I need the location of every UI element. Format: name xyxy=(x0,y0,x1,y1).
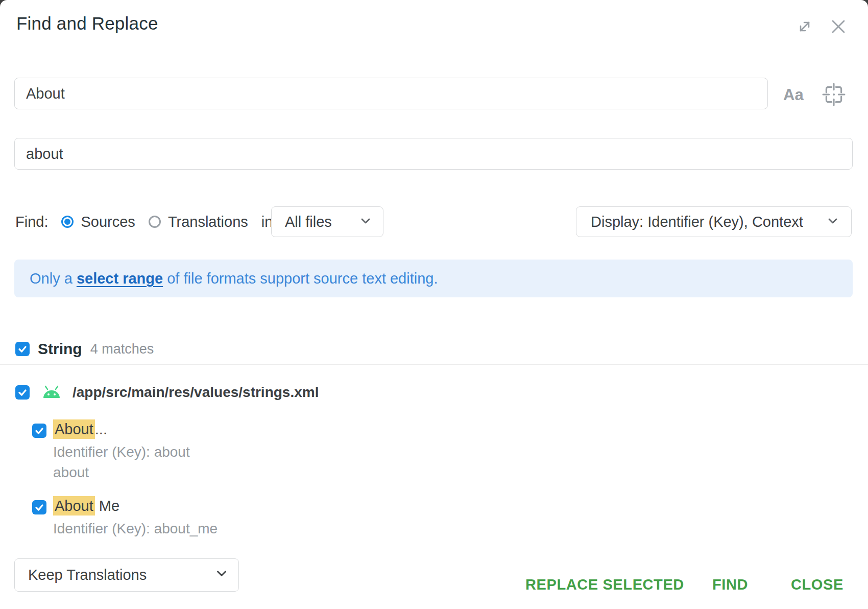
match-case-button[interactable]: Aa xyxy=(783,86,804,104)
match-checkbox[interactable] xyxy=(32,424,46,438)
match-rest: ... xyxy=(95,421,107,437)
file-scope-value: All files xyxy=(285,214,332,230)
chevron-down-icon xyxy=(358,214,373,230)
sources-radio-label[interactable]: Sources xyxy=(81,214,135,230)
translations-radio-label[interactable]: Translations xyxy=(168,214,248,230)
divider xyxy=(0,364,868,365)
dialog-title: Find and Replace xyxy=(16,13,158,34)
search-scope-row: Find: Sources Translations in xyxy=(15,206,273,237)
string-group-label: String xyxy=(38,340,82,358)
replace-selected-button[interactable]: REPLACE SELECTED xyxy=(525,576,684,593)
translations-mode-value: Keep Translations xyxy=(28,567,147,583)
chevron-down-icon xyxy=(214,567,229,583)
close-dialog-button[interactable] xyxy=(827,16,850,39)
match-text: About... xyxy=(53,421,107,438)
banner-text-after: of file formats support source text edit… xyxy=(163,270,438,287)
highlighted-match: About xyxy=(53,419,95,439)
file-path: /app/src/main/res/values/strings.xml xyxy=(73,384,319,401)
translations-mode-select[interactable]: Keep Translations xyxy=(14,558,239,592)
match-context: about xyxy=(53,464,89,481)
selection-frame-icon xyxy=(822,83,846,108)
expand-icon xyxy=(796,18,813,37)
file-checkbox[interactable] xyxy=(15,385,30,400)
replace-input[interactable] xyxy=(14,138,853,170)
display-options-select[interactable]: Display: Identifier (Key), Context xyxy=(576,206,852,237)
string-group-row: String 4 matches xyxy=(15,340,154,358)
match-identifier: Identifier (Key): about_me xyxy=(53,521,218,537)
find-input[interactable] xyxy=(14,78,768,109)
match-rest: Me xyxy=(95,498,119,514)
match-text: About Me xyxy=(53,498,119,514)
match-whole-phrase-button[interactable] xyxy=(822,84,846,107)
chevron-down-icon xyxy=(826,214,840,230)
match-identifier: Identifier (Key): about xyxy=(53,444,190,460)
find-scope-label: Find: xyxy=(15,214,48,230)
find-and-replace-dialog: Find and Replace Aa xyxy=(0,0,868,609)
close-button[interactable]: CLOSE xyxy=(791,576,843,593)
select-range-link[interactable]: select range xyxy=(77,270,163,287)
sources-radio[interactable] xyxy=(61,216,74,228)
android-icon xyxy=(42,385,61,400)
banner-text-before: Only a xyxy=(30,270,77,287)
display-options-value: Display: Identifier (Key), Context xyxy=(591,214,803,230)
match-checkbox[interactable] xyxy=(32,500,46,514)
highlighted-match: About xyxy=(53,496,95,516)
match-count: 4 matches xyxy=(90,341,154,357)
match-case-icon: Aa xyxy=(783,86,804,104)
string-group-checkbox[interactable] xyxy=(15,342,30,356)
info-banner: Only a select range of file formats supp… xyxy=(14,260,853,297)
expand-dialog-button[interactable] xyxy=(794,17,815,38)
find-button[interactable]: FIND xyxy=(712,576,748,593)
translations-radio[interactable] xyxy=(149,216,161,228)
file-scope-select[interactable]: All files xyxy=(271,206,383,237)
close-icon xyxy=(829,17,848,38)
file-row: /app/src/main/res/values/strings.xml xyxy=(15,384,319,401)
